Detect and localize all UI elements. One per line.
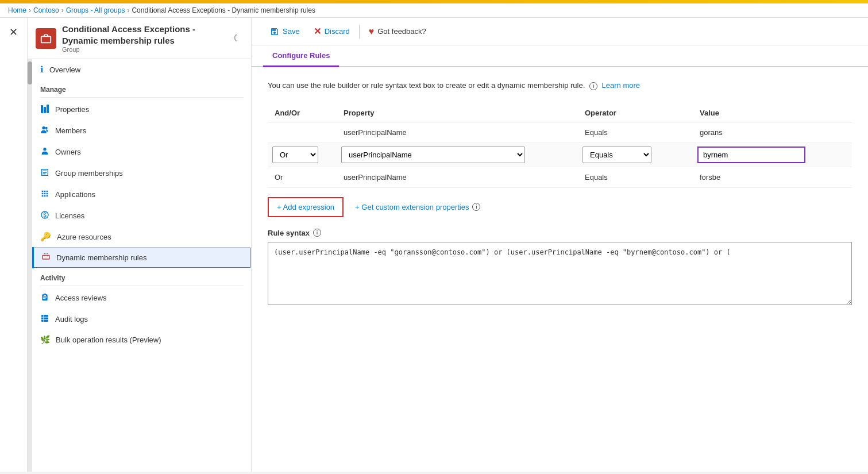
svg-rect-1 xyxy=(44,107,46,113)
scroll-thumb[interactable] xyxy=(28,61,32,84)
sidebar-page-header: Conditional Access Exceptions - Dynamic … xyxy=(28,18,251,59)
discard-icon: ✕ xyxy=(314,26,321,37)
save-icon xyxy=(270,27,279,36)
row1-property: userPrincipalName xyxy=(337,122,578,142)
table-row: Or userPrincipalName Equals forsbe xyxy=(268,167,852,187)
dynamic-membership-label: Dynamic membership rules xyxy=(56,253,147,262)
sidebar-nav: ℹ Overview Manage Properties xyxy=(32,59,251,472)
svg-point-3 xyxy=(42,126,45,129)
licenses-icon xyxy=(40,210,49,221)
properties-label: Properties xyxy=(55,105,89,114)
sidebar-item-overview[interactable]: ℹ Overview xyxy=(32,59,251,80)
sidebar-item-azure-resources[interactable]: 🔑 Azure resources xyxy=(32,226,251,247)
col-property: Property xyxy=(337,104,578,122)
rule-syntax-textarea[interactable] xyxy=(268,242,852,305)
feedback-button[interactable]: ♥ Got feedback? xyxy=(362,24,433,39)
sidebar-item-applications[interactable]: Applications xyxy=(32,184,251,205)
operator-select[interactable]: Equals Not Equals Contains Starts With xyxy=(582,147,651,163)
tabs-bar: Configure Rules xyxy=(252,45,868,67)
discard-label: Discard xyxy=(325,27,350,36)
owners-icon xyxy=(40,147,49,157)
content-body: You can use the rule builder or rule syn… xyxy=(252,67,868,472)
row2-value-cell xyxy=(693,142,852,167)
col-value: Value xyxy=(693,104,852,122)
applications-label: Applications xyxy=(55,190,95,199)
row3-andor: Or xyxy=(268,167,337,187)
access-reviews-label: Access reviews xyxy=(55,294,107,302)
collapse-sidebar-button[interactable]: 《 xyxy=(225,31,242,46)
breadcrumb-sep3: › xyxy=(127,6,129,14)
group-memberships-icon xyxy=(40,168,49,179)
access-reviews-icon xyxy=(40,292,49,303)
col-andor: And/Or xyxy=(268,104,337,122)
breadcrumb-sep2: › xyxy=(61,6,64,14)
overview-icon: ℹ xyxy=(40,64,44,75)
learn-more-link[interactable]: Learn more xyxy=(602,81,640,90)
sidebar-item-group-memberships[interactable]: Group memberships xyxy=(32,163,251,184)
syntax-info-icon[interactable]: i xyxy=(313,229,321,237)
row3-property: userPrincipalName xyxy=(337,167,578,187)
svg-rect-0 xyxy=(41,105,43,113)
bulk-operations-icon: 🌿 xyxy=(40,335,50,344)
row1-value: gorans xyxy=(693,122,852,142)
andor-select[interactable]: Or And xyxy=(272,147,318,163)
bulk-operations-label: Bulk operation results (Preview) xyxy=(56,336,161,344)
property-select[interactable]: userPrincipalName displayName mail accou… xyxy=(341,147,525,163)
discard-button[interactable]: ✕ Discard xyxy=(307,24,357,39)
tab-configure-rules[interactable]: Configure Rules xyxy=(263,45,339,67)
page-icon xyxy=(36,28,56,49)
owners-label: Owners xyxy=(55,148,81,156)
breadcrumb-home[interactable]: Home xyxy=(8,6,26,14)
add-expression-button[interactable]: + Add expression xyxy=(268,197,344,217)
rule-syntax-section: Rule syntax i xyxy=(268,229,852,307)
rules-table: And/Or Property Operator Value userPrinc… xyxy=(268,104,852,188)
sidebar-item-bulk-operations[interactable]: 🌿 Bulk operation results (Preview) xyxy=(32,330,251,349)
properties-icon xyxy=(40,104,49,115)
breadcrumb-contoso[interactable]: Contoso xyxy=(33,6,59,14)
row3-operator: Equals xyxy=(578,167,693,187)
feedback-icon: ♥ xyxy=(369,26,375,37)
row2-property-cell: userPrincipalName displayName mail accou… xyxy=(337,142,578,167)
svg-rect-6 xyxy=(41,315,48,322)
close-column: ✕ xyxy=(0,18,28,472)
breadcrumb-current: Conditional Access Exceptions - Dynamic … xyxy=(132,6,315,14)
manage-section-label: Manage xyxy=(32,80,251,96)
table-row-editing: Or And userPrincipalName displayName mai… xyxy=(268,142,852,167)
scroll-track[interactable] xyxy=(28,59,32,472)
azure-resources-icon: 🔑 xyxy=(40,232,51,242)
save-button[interactable]: Save xyxy=(263,25,307,38)
custom-info-icon[interactable]: i xyxy=(472,203,480,211)
toolbar-divider xyxy=(359,25,360,38)
breadcrumb: Home › Contoso › Groups - All groups › C… xyxy=(0,3,868,18)
sidebar-item-dynamic-membership[interactable]: Dynamic membership rules xyxy=(32,247,251,268)
svg-rect-2 xyxy=(47,105,49,113)
overview-label: Overview xyxy=(49,65,80,74)
sidebar-item-members[interactable]: Members xyxy=(32,120,251,141)
activity-divider xyxy=(40,286,243,286)
info-icon[interactable]: i xyxy=(589,82,597,90)
value-input[interactable] xyxy=(697,147,805,163)
sidebar-item-audit-logs[interactable]: Audit logs xyxy=(32,309,251,330)
actions-row: + Add expression + Get custom extension … xyxy=(268,197,852,217)
members-label: Members xyxy=(55,126,86,135)
content-area: Save ✕ Discard ♥ Got feedback? Configure… xyxy=(252,18,868,472)
licenses-label: Licenses xyxy=(55,211,84,220)
breadcrumb-groups[interactable]: Groups - All groups xyxy=(66,6,125,14)
sidebar-item-licenses[interactable]: Licenses xyxy=(32,205,251,226)
sidebar-item-properties[interactable]: Properties xyxy=(32,99,251,120)
svg-point-5 xyxy=(43,148,46,151)
members-icon xyxy=(40,125,49,136)
add-expression-label: + Add expression xyxy=(277,203,334,211)
row1-operator: Equals xyxy=(578,122,693,142)
close-button[interactable]: ✕ xyxy=(7,24,20,41)
sidebar-item-owners[interactable]: Owners xyxy=(32,141,251,163)
sidebar-item-access-reviews[interactable]: Access reviews xyxy=(32,287,251,309)
applications-icon xyxy=(40,189,49,200)
get-custom-extension-button[interactable]: + Get custom extension properties i xyxy=(355,203,480,211)
feedback-label: Got feedback? xyxy=(377,27,426,36)
table-row: userPrincipalName Equals gorans xyxy=(268,122,852,142)
breadcrumb-sep1: › xyxy=(29,6,31,14)
info-text: You can use the rule builder or rule syn… xyxy=(268,81,852,90)
rule-syntax-label: Rule syntax i xyxy=(268,229,852,237)
col-operator: Operator xyxy=(578,104,693,122)
